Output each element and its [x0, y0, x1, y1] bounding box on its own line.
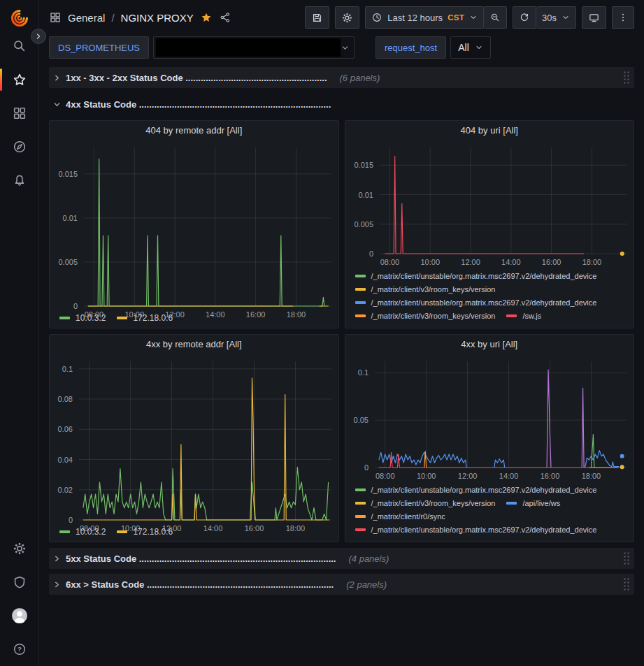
- panel-legend: 10.0.3.2172.18.0.6: [50, 312, 338, 328]
- star-filled-icon: [200, 11, 213, 24]
- save-dashboard-button[interactable]: [305, 6, 329, 29]
- legend-label: 172.18.0.6: [133, 527, 173, 537]
- zoom-out-time-button[interactable]: [484, 6, 507, 29]
- tv-kiosk-mode-button[interactable]: [582, 6, 606, 29]
- breadcrumb-folder[interactable]: General: [68, 12, 105, 24]
- svg-text:12:00: 12:00: [461, 258, 480, 266]
- refresh-interval-picker[interactable]: 30s: [536, 6, 576, 29]
- svg-text:12:00: 12:00: [457, 472, 477, 480]
- favorite-star-button[interactable]: [200, 11, 213, 24]
- legend-item[interactable]: 172.18.0.6: [117, 527, 173, 537]
- row-drag-handle[interactable]: [623, 71, 630, 85]
- legend-label: /sw.js: [522, 312, 541, 320]
- legend-item[interactable]: /_matrix/client/unstable/org.matrix.msc2…: [355, 526, 597, 534]
- series-color-swatch: [355, 502, 366, 505]
- row-1xx-3xx-2xx[interactable]: 1xx - 3xx - 2xx Status Code ............…: [49, 67, 634, 88]
- row-panel-count: (6 panels): [340, 73, 380, 83]
- svg-text:0.01: 0.01: [63, 214, 78, 222]
- row-4xx[interactable]: 4xx Status Code ........................…: [49, 94, 634, 115]
- legend-item[interactable]: /api/live/ws: [506, 499, 560, 507]
- grafana-logo[interactable]: [8, 7, 31, 29]
- legend-item[interactable]: /_matrix/client/v3/room_keys/version: [355, 312, 496, 320]
- sidebar-item-profile[interactable]: [0, 599, 38, 632]
- chevron-right-icon: [53, 74, 61, 82]
- panel-legend: /_matrix/client/unstable/org.matrix.msc2…: [345, 269, 634, 328]
- series-color-swatch: [117, 317, 127, 319]
- legend-item[interactable]: 10.0.3.2: [59, 313, 106, 323]
- timeseries-plot[interactable]: 08:0010:0012:0014:0016:0018:0000.050.1: [345, 353, 634, 483]
- row-panel-count: (2 panels): [346, 579, 387, 590]
- gear-icon: [341, 12, 353, 24]
- datasource-variable-select[interactable]: [153, 36, 355, 59]
- refresh-dashboard-button[interactable]: [513, 6, 536, 29]
- legend-item[interactable]: 172.18.0.6: [117, 313, 173, 323]
- panel-4xx-by-uri: 4xx by uri [All] 08:0010:0012:0014:0016:…: [345, 334, 635, 542]
- sidebar-item-alerting[interactable]: [0, 164, 38, 197]
- legend-item[interactable]: /_matrix/client/unstable/org.matrix.msc2…: [355, 298, 597, 307]
- legend-item[interactable]: /_matrix/client/r0/sync: [355, 512, 445, 521]
- chevron-down-icon: [561, 13, 570, 22]
- svg-text:0.015: 0.015: [58, 170, 78, 178]
- dashboard-canvas: 1xx - 3xx - 2xx Status Code ............…: [39, 66, 644, 666]
- request-host-variable-select[interactable]: All: [450, 36, 491, 59]
- panel-grid-row1: 404 by remote addr [All] 08:0010:0012:00…: [49, 120, 634, 542]
- panel-title[interactable]: 404 by uri [All]: [345, 121, 634, 139]
- save-icon: [311, 12, 323, 24]
- dashboard-settings-button[interactable]: [335, 6, 359, 29]
- panel-title[interactable]: 4xx by uri [All]: [345, 335, 634, 353]
- row-drag-handle[interactable]: [623, 551, 630, 565]
- time-range-picker[interactable]: Last 12 hours CST: [365, 6, 484, 29]
- share-dashboard-button[interactable]: [219, 11, 231, 24]
- legend-label: /api/live/ws: [522, 499, 560, 507]
- sidebar-item-help[interactable]: ?: [0, 632, 38, 666]
- row-6xx[interactable]: 6xx > Status Code ......................…: [49, 574, 634, 595]
- svg-text:14:00: 14:00: [499, 472, 518, 480]
- expand-sidebar-button[interactable]: [31, 29, 46, 44]
- svg-text:?: ?: [17, 645, 22, 653]
- svg-text:10:00: 10:00: [416, 472, 436, 480]
- series-color-swatch: [506, 314, 517, 317]
- avatar: [10, 607, 29, 625]
- refresh-interval-label: 30s: [542, 13, 557, 23]
- panel-title[interactable]: 4xx by remote addr [All]: [50, 335, 338, 353]
- sidebar-item-starred[interactable]: [0, 63, 38, 96]
- panel-404-by-uri: 404 by uri [All] 08:0010:0012:0014:0016:…: [345, 120, 635, 328]
- row-drag-handle[interactable]: [623, 577, 630, 591]
- svg-text:0.1: 0.1: [357, 368, 368, 377]
- sidebar-item-dashboards[interactable]: [0, 96, 38, 130]
- legend-item[interactable]: /_matrix/client/v3/room_keys/version: [355, 285, 496, 294]
- series-color-swatch: [355, 515, 366, 518]
- legend-item[interactable]: 10.0.3.2: [59, 527, 106, 537]
- legend-item[interactable]: /_matrix/client/unstable/org.matrix.msc2…: [355, 272, 597, 280]
- row-5xx[interactable]: 5xx Status Code ........................…: [49, 548, 634, 569]
- panel-title[interactable]: 404 by remote addr [All]: [50, 121, 338, 139]
- legend-label: 10.0.3.2: [76, 313, 106, 323]
- shield-icon: [12, 574, 27, 590]
- kebab-menu-icon: [617, 12, 629, 23]
- legend-label: /_matrix/client/unstable/org.matrix.msc2…: [371, 272, 597, 280]
- legend-item[interactable]: /sw.js: [506, 312, 541, 320]
- svg-text:16:00: 16:00: [541, 258, 561, 266]
- sidebar-item-configuration[interactable]: [0, 532, 38, 565]
- panel-legend: 10.0.3.2172.18.0.6: [50, 526, 338, 542]
- search-icon: [12, 38, 27, 54]
- legend-item[interactable]: /_matrix/client/v3/room_keys/version: [355, 499, 496, 507]
- series-color-swatch: [355, 314, 366, 317]
- more-options-button[interactable]: [612, 6, 634, 29]
- svg-text:10:00: 10:00: [420, 258, 440, 266]
- chevron-down-icon: [469, 13, 478, 22]
- dashboard-title[interactable]: NGINX PROXY: [121, 12, 194, 24]
- request-host-value: All: [458, 42, 469, 53]
- zoom-out-icon: [489, 12, 501, 23]
- series-color-swatch: [355, 275, 366, 277]
- panel-legend: /_matrix/client/unstable/org.matrix.msc2…: [345, 483, 634, 542]
- sidebar-item-explore[interactable]: [0, 130, 38, 164]
- timeseries-plot[interactable]: 08:0010:0012:0014:0016:0018:0000.0050.01…: [345, 139, 634, 269]
- sidebar-item-server-admin[interactable]: [0, 565, 38, 599]
- timeseries-plot[interactable]: 08:0010:0012:0014:0016:0018:0000.020.040…: [50, 353, 338, 526]
- request-host-variable-label: request_host: [375, 36, 446, 59]
- chevron-right-icon: [53, 581, 61, 588]
- legend-item[interactable]: /_matrix/client/unstable/org.matrix.msc2…: [355, 486, 597, 494]
- timeseries-plot[interactable]: 08:0010:0012:0014:0016:0018:0000.0050.01…: [50, 139, 338, 312]
- chevron-down-icon: [341, 43, 350, 52]
